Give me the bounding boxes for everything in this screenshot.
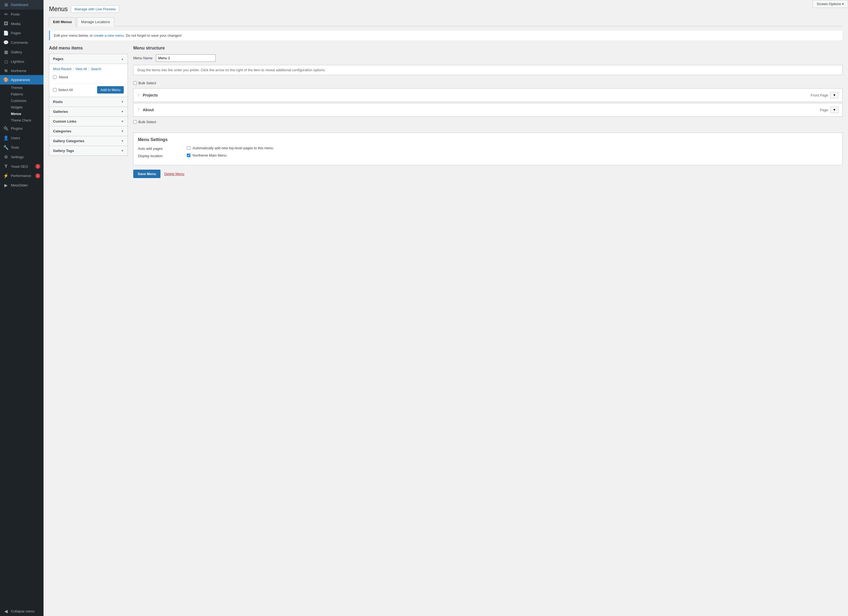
drag-handle-about[interactable]: ⠿ bbox=[137, 108, 140, 112]
accordion-categories-chevron: ▼ bbox=[121, 130, 124, 133]
select-all-label[interactable]: Select All bbox=[53, 88, 73, 92]
accordion-header-gallery-tags[interactable]: Gallery Tags ▼ bbox=[49, 146, 127, 155]
sidebar-item-settings[interactable]: ⚙ Settings bbox=[0, 152, 43, 162]
pages-item-about: About bbox=[53, 74, 124, 80]
select-all-checkbox[interactable] bbox=[53, 88, 56, 92]
sidebar-sub-menus[interactable]: Menus bbox=[9, 111, 43, 117]
delete-menu-button[interactable]: Delete Menu bbox=[164, 172, 184, 176]
appearance-submenu: Themes Patterns Customize Widgets Menus … bbox=[0, 84, 43, 124]
add-to-menu-button[interactable]: Add to Menu bbox=[97, 86, 124, 93]
sidebar-sub-widgets[interactable]: Widgets bbox=[9, 104, 43, 111]
create-new-menu-link[interactable]: create a new menu bbox=[94, 33, 124, 37]
sidebar-label-pages: Pages bbox=[11, 31, 21, 35]
accordion-galleries-chevron: ▼ bbox=[121, 110, 124, 113]
accordion-gallery-categories-chevron: ▼ bbox=[121, 139, 124, 142]
accordion-tab-search[interactable]: Search bbox=[91, 67, 101, 71]
bottom-bulk-select-checkbox[interactable] bbox=[133, 120, 137, 124]
menu-name-input[interactable] bbox=[156, 54, 216, 62]
posts-icon: ✏ bbox=[3, 12, 9, 17]
live-preview-button[interactable]: Manage with Live Preview bbox=[71, 6, 119, 13]
accordion-custom-links-chevron: ▼ bbox=[121, 120, 124, 123]
sidebar-item-pages[interactable]: 📄 Pages bbox=[0, 28, 43, 38]
save-menu-button[interactable]: Save Menu bbox=[133, 170, 160, 178]
about-label[interactable]: About bbox=[59, 75, 68, 79]
bottom-bulk-select-label[interactable]: Bulk Select bbox=[133, 120, 156, 124]
menu-item-projects: ⠿ Projects Front Page ▼ bbox=[133, 88, 842, 102]
settings-display-location: Display location Northeme Main Menu bbox=[138, 153, 838, 158]
accordion-pages-tabs: Most Recent | View All | Search bbox=[53, 67, 124, 71]
accordion-custom-links: Custom Links ▼ bbox=[49, 116, 128, 126]
screen-options-label: Screen Options bbox=[817, 2, 841, 6]
sidebar-item-comments[interactable]: 💬 Comments bbox=[0, 38, 43, 47]
dashboard-icon: ⊞ bbox=[3, 2, 9, 7]
drag-handle-projects[interactable]: ⠿ bbox=[137, 93, 140, 97]
sidebar-item-gallery[interactable]: ▦ Gallery bbox=[0, 47, 43, 57]
page-title: Menus bbox=[49, 6, 68, 13]
collapse-menu-button[interactable]: ◀ Collapse menu bbox=[0, 607, 43, 616]
top-bulk-select-label[interactable]: Bulk Select bbox=[133, 81, 156, 85]
menu-item-projects-dropdown[interactable]: ▼ bbox=[830, 92, 839, 98]
tab-manage-locations[interactable]: Manage Locations bbox=[77, 18, 114, 27]
media-icon: 🖼 bbox=[3, 21, 9, 26]
accordion-posts-label: Posts bbox=[53, 100, 62, 104]
sidebar-item-yoast-seo[interactable]: Y Yoast SEO 1 bbox=[0, 162, 43, 171]
sidebar-sub-customize[interactable]: Customize bbox=[9, 98, 43, 104]
sidebar-sub-patterns[interactable]: Patterns bbox=[9, 91, 43, 98]
top-bulk-select-checkbox[interactable] bbox=[133, 81, 137, 85]
sidebar-label-northeme: Northeme bbox=[11, 69, 27, 73]
accordion-gallery-categories: Gallery Categories ▼ bbox=[49, 136, 128, 146]
menu-item-about-type: Page bbox=[820, 108, 828, 112]
comments-icon: 💬 bbox=[3, 40, 9, 45]
accordion-pages-body: Most Recent | View All | Search About bbox=[49, 64, 127, 97]
menu-item-about-dropdown[interactable]: ▼ bbox=[830, 107, 839, 113]
top-bulk-select-bar: Bulk Select bbox=[133, 79, 842, 87]
display-location-checkbox[interactable] bbox=[187, 154, 190, 157]
sidebar-label-settings: Settings bbox=[11, 155, 24, 159]
accordion-gallery-categories-label: Gallery Categories bbox=[53, 139, 84, 143]
pages-icon: 📄 bbox=[3, 30, 9, 36]
accordion-header-gallery-categories[interactable]: Gallery Categories ▼ bbox=[49, 136, 127, 146]
sidebar-item-northeme[interactable]: N Northeme bbox=[0, 66, 43, 75]
accordion-header-galleries[interactable]: Galleries ▼ bbox=[49, 107, 127, 116]
tab-edit-menus[interactable]: Edit Menus bbox=[49, 18, 76, 27]
sidebar-sub-theme-check[interactable]: Theme Check bbox=[9, 117, 43, 124]
accordion-posts: Posts ▼ bbox=[49, 97, 128, 107]
sidebar-label-lightbox: Lightbox bbox=[11, 59, 24, 64]
sidebar-item-users[interactable]: 👤 Users bbox=[0, 133, 43, 143]
plugins-icon: 🔌 bbox=[3, 126, 9, 131]
sidebar-item-performance[interactable]: ⚡ Performance 1 bbox=[0, 171, 43, 181]
left-panel: Add menu items Pages ▲ Most Recent | Vie… bbox=[49, 46, 128, 155]
accordion-tab-most-recent[interactable]: Most Recent bbox=[53, 67, 71, 71]
sidebar-item-media[interactable]: 🖼 Media bbox=[0, 19, 43, 28]
sidebar-label-tools: Tools bbox=[11, 145, 19, 150]
performance-badge: 1 bbox=[36, 173, 40, 178]
accordion-header-custom-links[interactable]: Custom Links ▼ bbox=[49, 117, 127, 126]
collapse-menu-label: Collapse menu bbox=[11, 609, 34, 613]
accordion-pages-footer: Select All Add to Menu bbox=[53, 83, 124, 93]
sidebar-sub-themes[interactable]: Themes bbox=[9, 84, 43, 91]
gallery-icon: ▦ bbox=[3, 49, 9, 55]
accordion-header-categories[interactable]: Categories ▼ bbox=[49, 126, 127, 136]
display-location-option[interactable]: Northeme Main Menu bbox=[187, 153, 227, 157]
screen-options-button[interactable]: Screen Options ▾ bbox=[812, 0, 848, 8]
sidebar-item-metaslider[interactable]: ▶ MetaSlider bbox=[0, 181, 43, 190]
accordion-gallery-tags-chevron: ▼ bbox=[121, 149, 124, 152]
accordion-pages: Pages ▲ Most Recent | View All | Search bbox=[49, 54, 128, 97]
accordion-tab-view-all[interactable]: View All bbox=[75, 67, 87, 71]
accordion-header-posts[interactable]: Posts ▼ bbox=[49, 97, 127, 107]
sidebar-item-lightbox[interactable]: ◻ Lightbox bbox=[0, 57, 43, 66]
notice-bar: Edit your menu below, or create a new me… bbox=[49, 31, 842, 40]
menu-item-about: ⠿ About Page ▼ bbox=[133, 103, 842, 117]
accordion-header-pages[interactable]: Pages ▲ bbox=[49, 54, 127, 64]
sidebar-item-posts[interactable]: ✏ Posts bbox=[0, 9, 43, 19]
menu-settings-title: Menu Settings bbox=[138, 137, 838, 142]
about-checkbox[interactable] bbox=[53, 75, 56, 79]
menu-item-about-name: About bbox=[143, 108, 154, 112]
sidebar-item-appearance[interactable]: 🎨 Appearance bbox=[0, 75, 43, 84]
sidebar-item-dashboard[interactable]: ⊞ Dashboard bbox=[0, 0, 43, 9]
sidebar-item-tools[interactable]: 🔧 Tools bbox=[0, 143, 43, 152]
auto-add-pages-option[interactable]: Automatically add new top-level pages to… bbox=[187, 146, 273, 150]
auto-add-pages-checkbox[interactable] bbox=[187, 146, 190, 150]
sidebar-item-plugins[interactable]: 🔌 Plugins bbox=[0, 124, 43, 133]
users-icon: 👤 bbox=[3, 135, 9, 141]
